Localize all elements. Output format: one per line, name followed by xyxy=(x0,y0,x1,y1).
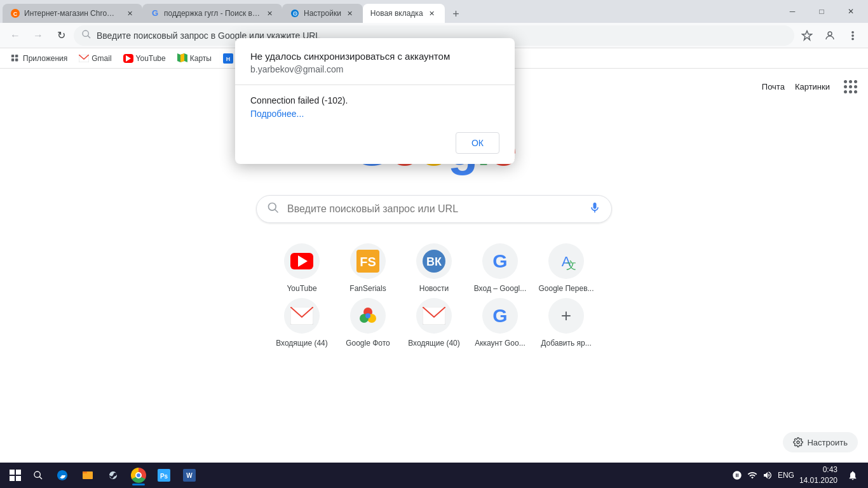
dialog-actions: ОК xyxy=(250,132,499,154)
dialog-title: Не удалось синхронизироваться с аккаунто… xyxy=(250,51,499,62)
dialog-details-link[interactable]: Подробнее... xyxy=(250,109,304,119)
dialog-error-text: Connection failed (-102). xyxy=(250,95,499,105)
dialog-divider xyxy=(235,85,515,85)
dialog-account: b.yarbekov@gmail.com xyxy=(250,64,499,74)
sync-error-dialog: Не удалось синхронизироваться с аккаунто… xyxy=(235,38,515,164)
dialog-ok-button[interactable]: ОК xyxy=(456,132,499,154)
dialog-overlay: Не удалось синхронизироваться с аккаунто… xyxy=(0,0,868,488)
